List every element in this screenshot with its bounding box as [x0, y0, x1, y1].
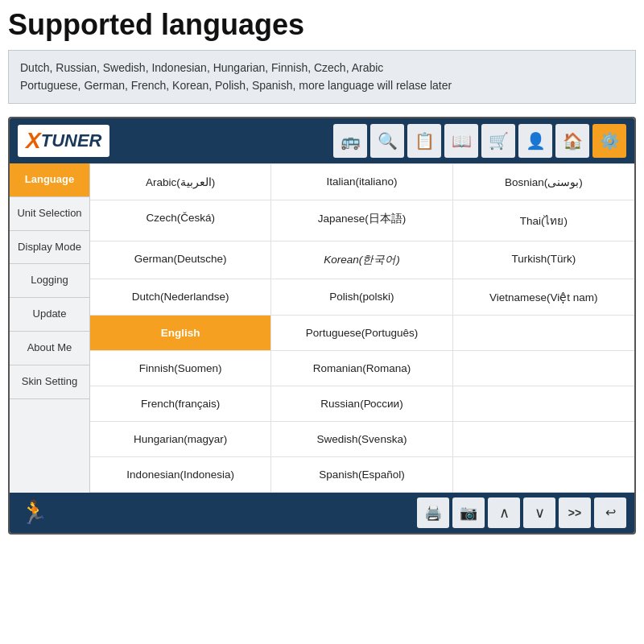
lang-empty-2: [453, 351, 634, 386]
top-icon-cart[interactable]: 🛒: [481, 124, 515, 158]
top-icon-book[interactable]: 📖: [444, 124, 478, 158]
lang-portuguese[interactable]: Portuguese(Português): [271, 316, 452, 351]
bottom-icons-right: 🖨️ 📷 ∧ ∨ >> ↩: [417, 497, 626, 528]
top-icon-settings[interactable]: ⚙️: [592, 124, 626, 158]
top-icon-search[interactable]: 🔍: [370, 124, 404, 158]
lang-swedish[interactable]: Swedish(Svenska): [271, 422, 452, 457]
lang-romanian[interactable]: Romanian(Romana): [271, 351, 452, 386]
lang-empty-4: [453, 422, 634, 457]
logo-tuner: TUNER: [41, 130, 102, 151]
top-icon-user[interactable]: 👤: [518, 124, 552, 158]
sidebar-item-display-mode[interactable]: Display Mode: [10, 231, 89, 265]
sidebar-item-language[interactable]: Language: [10, 163, 89, 197]
back-icon[interactable]: ↩: [594, 497, 626, 528]
top-bar: X TUNER 🚌 🔍 📋 📖 🛒 👤 🏠 ⚙️: [10, 118, 634, 163]
sidebar-item-logging[interactable]: Logging: [10, 264, 89, 298]
page-title: Supported languages: [8, 8, 636, 42]
lang-german[interactable]: German(Deutsche): [90, 242, 271, 279]
sidebar: Language Unit Selection Display Mode Log…: [10, 163, 90, 493]
lang-dutch[interactable]: Dutch(Nederlandse): [90, 279, 271, 316]
lang-finnish[interactable]: Finnish(Suomen): [90, 351, 271, 386]
lang-italian[interactable]: Italian(italiano): [271, 164, 452, 200]
lang-empty-5: [453, 457, 634, 493]
lang-bosnian[interactable]: Bosnian(بوسنی): [453, 164, 634, 200]
run-icon[interactable]: 🏃: [18, 497, 50, 528]
top-icon-home[interactable]: 🏠: [555, 124, 589, 158]
lang-spanish[interactable]: Spanish(Español): [271, 457, 452, 493]
sidebar-item-unit-selection[interactable]: Unit Selection: [10, 197, 89, 231]
lang-czech[interactable]: Czech(Česká): [90, 200, 271, 242]
logo-area: X TUNER: [18, 125, 109, 157]
subtitle-text: Dutch, Russian, Swedish, Indonesian, Hun…: [20, 61, 452, 92]
top-icons: 🚌 🔍 📋 📖 🛒 👤 🏠 ⚙️: [333, 124, 626, 158]
lang-thai[interactable]: Thai(ไทย): [453, 200, 634, 242]
lang-indonesian[interactable]: Indonesian(Indonesia): [90, 457, 271, 493]
top-icon-vehicle[interactable]: 🚌: [333, 124, 367, 158]
language-grid: Arabic(العربية) Italian(italiano) Bosnia…: [90, 163, 634, 493]
lang-arabic[interactable]: Arabic(العربية): [90, 164, 271, 200]
lang-empty-1: [453, 316, 634, 351]
camera-icon[interactable]: 📷: [452, 497, 485, 528]
sidebar-item-skin-setting[interactable]: Skin Setting: [10, 365, 89, 399]
lang-french[interactable]: French(français): [90, 386, 271, 422]
lang-japanese[interactable]: Japanese(日本語): [271, 200, 452, 242]
lang-english[interactable]: English: [90, 316, 271, 351]
bottom-bar: 🏃 🖨️ 📷 ∧ ∨ >> ↩: [10, 493, 634, 533]
app-frame: X TUNER 🚌 🔍 📋 📖 🛒 👤 🏠 ⚙️ Language Unit S…: [8, 117, 636, 535]
sidebar-item-update[interactable]: Update: [10, 298, 89, 332]
lang-vietnamese[interactable]: Vietnamese(Việt nam): [453, 279, 634, 316]
lang-empty-3: [453, 386, 634, 422]
main-content: Language Unit Selection Display Mode Log…: [10, 163, 634, 493]
print-icon[interactable]: 🖨️: [417, 497, 449, 528]
lang-polish[interactable]: Polish(polski): [271, 279, 452, 316]
down-icon[interactable]: ∨: [523, 497, 555, 528]
logo-x: X: [26, 128, 41, 154]
lang-russian[interactable]: Russian(России): [271, 386, 452, 422]
forward-icon[interactable]: >>: [559, 497, 591, 528]
subtitle-box: Dutch, Russian, Swedish, Indonesian, Hun…: [8, 50, 636, 104]
sidebar-item-about-me[interactable]: About Me: [10, 332, 89, 365]
lang-korean[interactable]: Korean(한국어): [271, 242, 452, 279]
top-icon-clipboard[interactable]: 📋: [407, 124, 441, 158]
lang-hungarian[interactable]: Hungarian(magyar): [90, 422, 271, 457]
lang-turkish[interactable]: Turkish(Türk): [453, 242, 634, 279]
up-icon[interactable]: ∧: [488, 497, 520, 528]
